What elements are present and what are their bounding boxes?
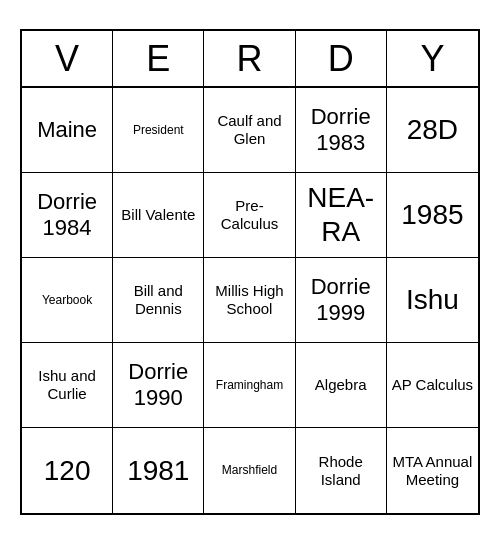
grid-cell: Pre-Calculus	[204, 173, 295, 258]
grid-cell: Dorrie 1983	[296, 88, 387, 173]
grid-cell: Dorrie 1999	[296, 258, 387, 343]
grid-cell: Dorrie 1990	[113, 343, 204, 428]
grid-cell: Caulf and Glen	[204, 88, 295, 173]
grid-cell: NEA-RA	[296, 173, 387, 258]
grid-cell: Dorrie 1984	[22, 173, 113, 258]
header-letter: V	[22, 31, 113, 86]
bingo-card: VERDY MainePresidentCaulf and GlenDorrie…	[20, 29, 480, 515]
grid-cell: Ishu and Curlie	[22, 343, 113, 428]
grid-cell: Yearbook	[22, 258, 113, 343]
grid-cell: 1985	[387, 173, 478, 258]
header-letter: D	[296, 31, 387, 86]
grid-cell: 1981	[113, 428, 204, 513]
grid-cell: AP Calculus	[387, 343, 478, 428]
grid-cell: Marshfield	[204, 428, 295, 513]
header-letter: R	[204, 31, 295, 86]
grid-cell: Ishu	[387, 258, 478, 343]
grid-cell: Algebra	[296, 343, 387, 428]
grid-cell: 28D	[387, 88, 478, 173]
header-letter: E	[113, 31, 204, 86]
grid-cell: Bill and Dennis	[113, 258, 204, 343]
grid-cell: President	[113, 88, 204, 173]
bingo-grid: MainePresidentCaulf and GlenDorrie 19832…	[22, 88, 478, 513]
grid-cell: Maine	[22, 88, 113, 173]
grid-cell: 120	[22, 428, 113, 513]
header-letter: Y	[387, 31, 478, 86]
grid-cell: Rhode Island	[296, 428, 387, 513]
grid-cell: Bill Valente	[113, 173, 204, 258]
grid-cell: MTA Annual Meeting	[387, 428, 478, 513]
bingo-header: VERDY	[22, 31, 478, 88]
grid-cell: Millis High School	[204, 258, 295, 343]
grid-cell: Framingham	[204, 343, 295, 428]
